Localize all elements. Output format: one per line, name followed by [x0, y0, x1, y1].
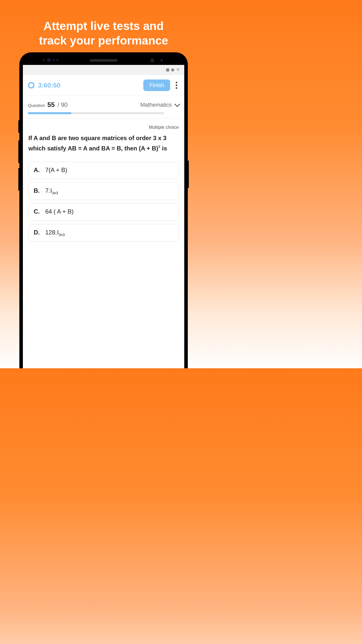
progress-bar [28, 112, 164, 114]
option-letter: B. [34, 187, 40, 194]
phone-speaker [90, 59, 117, 62]
phone-power-button [188, 160, 189, 188]
subject-dropdown[interactable]: Mathematics [140, 102, 179, 108]
app-header: 3:60:60 Finish [23, 75, 184, 96]
phone-volume-down [18, 168, 19, 191]
options-list: A. 7(A + B) B. 7.I3x3 C. 64 ( A + B) D. … [28, 162, 179, 242]
option-letter: A. [34, 167, 40, 174]
option-d[interactable]: D. 128.I3x3 [28, 224, 179, 242]
hero-headline: Attempt live tests and track your perfor… [0, 0, 207, 48]
more-menu-icon[interactable] [174, 82, 179, 89]
progress-section: Question 55 / 90 Mathematics [23, 96, 184, 119]
option-text: 7.I3x3 [45, 187, 58, 195]
status-bar [23, 65, 184, 75]
phone-sensors-left [43, 59, 59, 62]
status-icon [171, 68, 174, 71]
option-text: 128.I3x3 [45, 229, 65, 237]
option-letter: C. [34, 208, 40, 215]
status-icon [176, 68, 180, 71]
option-letter: D. [34, 229, 40, 236]
phone-frame: 3:60:60 Finish Question 55 / 90 Mathemat… [19, 52, 188, 368]
question-counter: Question 55 / 90 [28, 101, 68, 109]
option-text: 64 ( A + B) [45, 208, 74, 216]
question-text: If A and B are two square matrices of or… [28, 133, 179, 154]
question-area: Multiple choice If A and B are two squar… [23, 119, 184, 248]
progress-fill [28, 112, 71, 114]
phone-sensor [160, 59, 163, 62]
question-type-label: Multiple choice [28, 125, 179, 130]
phone-volume-up [18, 140, 19, 163]
chevron-down-icon [174, 101, 180, 107]
option-text: 7(A + B) [45, 167, 67, 174]
status-icon [166, 68, 169, 71]
finish-button[interactable]: Finish [143, 79, 170, 91]
timer-display: 3:60:60 [38, 82, 140, 89]
timer-icon [28, 82, 34, 89]
phone-camera [151, 59, 154, 62]
subject-label: Mathematics [140, 102, 172, 108]
option-c[interactable]: C. 64 ( A + B) [28, 203, 179, 221]
phone-screen: 3:60:60 Finish Question 55 / 90 Mathemat… [23, 65, 184, 368]
option-b[interactable]: B. 7.I3x3 [28, 182, 179, 200]
phone-notch [23, 56, 184, 65]
option-a[interactable]: A. 7(A + B) [28, 162, 179, 179]
phone-side-button [18, 120, 19, 133]
